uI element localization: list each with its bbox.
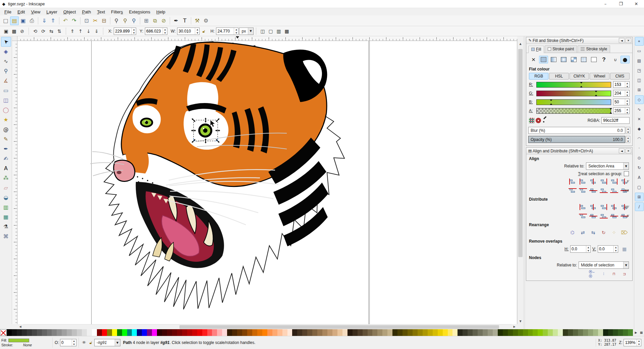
palette-swatch[interactable] <box>413 329 418 336</box>
align-bottom-to-anchor-top[interactable] <box>568 187 577 194</box>
palette-swatch[interactable] <box>368 329 373 336</box>
undo-icon[interactable]: ↶ <box>61 16 70 25</box>
panel-collapse-icon[interactable]: ◄ <box>619 148 625 153</box>
palette-swatch[interactable] <box>528 329 533 336</box>
preferences-icon[interactable]: ⚙ <box>202 16 210 25</box>
palette-swatch[interactable] <box>433 329 438 336</box>
palette-swatch[interactable] <box>553 329 558 336</box>
snap-path-intersections-icon[interactable]: ✕ <box>635 115 644 123</box>
new-document-icon[interactable]: □ <box>1 16 10 25</box>
menu-item[interactable]: Help <box>153 9 168 15</box>
palette-swatch[interactable] <box>508 329 513 336</box>
redo-icon[interactable]: ↷ <box>70 16 78 25</box>
import-icon[interactable]: ⇓ <box>40 16 49 25</box>
paint-swatch-button[interactable] <box>579 56 588 63</box>
zoom-tool[interactable]: ⚲ <box>1 66 11 76</box>
duplicate-icon[interactable]: ⊞ <box>142 16 151 25</box>
vertical-scrollbar[interactable]: ▲ ▼ <box>517 41 523 324</box>
palette-swatch[interactable] <box>112 329 117 336</box>
tab-stroke-style[interactable]: Stroke style <box>578 45 610 53</box>
distribute-centers-vertically[interactable] <box>589 212 598 220</box>
palette-swatch[interactable] <box>337 329 342 336</box>
palette-swatch[interactable] <box>192 329 197 336</box>
canvas[interactable] <box>17 41 517 324</box>
zoom-page-icon[interactable]: ⚲ <box>129 16 138 25</box>
scale-rect-corners-icon[interactable]: ▢ <box>267 27 275 35</box>
b-value-field[interactable]: ▲▼ <box>613 99 630 105</box>
unlink-clone-icon[interactable]: ⊘ <box>159 16 168 25</box>
palette-swatch[interactable] <box>382 329 387 336</box>
palette-swatch[interactable] <box>242 329 247 336</box>
distribute-right-edges[interactable] <box>599 203 608 211</box>
document-properties-icon[interactable]: ⚒ <box>193 16 202 25</box>
measure-tool[interactable]: ∡ <box>1 76 11 86</box>
snap-bbox-edge-midpoints-icon[interactable]: ◫ <box>635 76 644 85</box>
snap-nodes-icon[interactable]: ◇ <box>635 95 644 104</box>
palette-swatch[interactable] <box>292 329 297 336</box>
deselect-icon[interactable]: ⊘ <box>18 27 26 35</box>
palette-swatch[interactable] <box>317 329 322 336</box>
palette-swatch[interactable] <box>583 329 588 336</box>
palette-swatch[interactable] <box>488 329 493 336</box>
layer-visibility-icon[interactable]: 👁︎ <box>81 340 88 345</box>
lower-to-bottom-icon[interactable]: ⇓ <box>93 27 101 35</box>
palette-swatch[interactable] <box>377 329 382 336</box>
raise-icon[interactable]: ↑ <box>76 27 85 35</box>
palette-swatch[interactable] <box>237 329 242 336</box>
tiger-far-eye[interactable] <box>141 118 152 127</box>
palette-swatch[interactable] <box>458 329 463 336</box>
palette-swatch[interactable] <box>448 329 453 336</box>
palette-swatch[interactable] <box>613 329 618 336</box>
tiger-near-eye-selected[interactable] <box>199 124 211 137</box>
palette-swatch[interactable] <box>227 329 232 336</box>
palette-swatch[interactable] <box>22 329 27 336</box>
menu-item[interactable]: View <box>28 9 43 15</box>
palette-swatch[interactable] <box>332 329 337 336</box>
h-spinner[interactable]: ▲▼ <box>234 28 238 35</box>
paint-pattern-button[interactable] <box>569 56 578 63</box>
clone-icon[interactable]: ⧉ <box>151 16 159 25</box>
palette-swatch[interactable] <box>217 329 222 336</box>
nodes-relative-select[interactable]: Middle of selection▼ <box>579 261 629 269</box>
palette-swatch[interactable] <box>387 329 392 336</box>
close-button[interactable]: ✕ <box>629 0 644 8</box>
palette-swatch[interactable] <box>568 329 573 336</box>
exchange-clockwise-icon[interactable]: ↻ <box>599 229 608 236</box>
palette-swatch[interactable] <box>452 329 458 336</box>
zoom-drawing-icon[interactable]: ⚲ <box>121 16 129 25</box>
object-opacity-field[interactable]: ▲▼ <box>60 339 76 346</box>
menu-item[interactable]: Object <box>60 9 79 15</box>
palette-swatch[interactable] <box>202 329 207 336</box>
tab-wheel[interactable]: Wheel <box>590 73 609 80</box>
zoom-field[interactable]: ▲▼ <box>624 339 641 346</box>
palette-swatch[interactable] <box>543 329 548 336</box>
blur-spinner[interactable]: ▲▼ <box>626 127 630 134</box>
g-slider[interactable] <box>536 91 611 96</box>
palette-swatch[interactable] <box>593 329 598 336</box>
ellipse-tool[interactable]: ◯ <box>1 105 11 115</box>
tab-cms[interactable]: CMS <box>610 73 630 80</box>
align-left-edges[interactable] <box>578 178 587 185</box>
a-slider[interactable] <box>536 108 611 114</box>
palette-swatch[interactable] <box>52 329 57 336</box>
treat-group-checkbox[interactable] <box>624 171 629 176</box>
palette-scroll-right-icon[interactable]: ▶ <box>633 329 639 336</box>
scale-stroke-width-icon[interactable]: ◫ <box>259 27 267 35</box>
palette-swatch[interactable] <box>32 329 37 336</box>
scroll-up-icon[interactable]: ▲ <box>518 41 523 47</box>
spiral-tool[interactable]: @ <box>1 124 11 134</box>
palette-swatch[interactable] <box>513 329 518 336</box>
palette-swatch[interactable] <box>618 329 623 336</box>
palette-swatch[interactable] <box>347 329 353 336</box>
flip-horizontal-icon[interactable]: ⇆ <box>47 27 55 35</box>
palette-swatch[interactable] <box>197 329 202 336</box>
r-value-field[interactable]: ▲▼ <box>613 81 630 88</box>
menu-item[interactable]: Path <box>79 9 94 15</box>
paint-flat-button[interactable] <box>539 56 548 63</box>
rotate-90-cw-icon[interactable]: ⟳ <box>39 27 47 35</box>
palette-swatch[interactable] <box>418 329 423 336</box>
palette-swatch[interactable] <box>27 329 32 336</box>
overlap-v-field[interactable]: ▲▼ <box>598 245 618 253</box>
tab-stroke-paint[interactable]: Stroke paint <box>545 45 577 53</box>
snap-cusp-nodes-icon[interactable]: ◆ <box>635 124 644 133</box>
